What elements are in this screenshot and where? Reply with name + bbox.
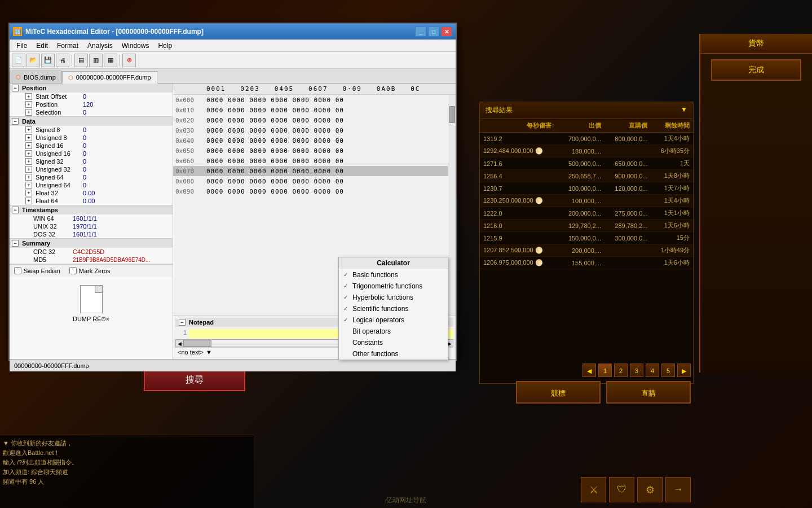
calc-item-bit-operators[interactable]: Bit operators (339, 326, 448, 337)
hex-row-0x040[interactable]: 0x0400000 0000 0000 0000 0000 0000 00 (173, 135, 448, 146)
hex-row-0x070[interactable]: 0x0700000 0000 0000 0000 0000 0000 00 (173, 166, 448, 176)
search-row-3[interactable]: 1256.4250,658,7...900,000,0...1天8小時 (480, 170, 693, 182)
buy-button[interactable]: 直購 (606, 381, 691, 404)
col-time[interactable]: 剩餘時間 (651, 119, 693, 133)
hex-row-0x080[interactable]: 0x0800000 0000 0000 0000 0000 0000 00 (173, 176, 448, 186)
stop-button[interactable]: ⊗ (122, 54, 136, 67)
search-row-5[interactable]: 1230.250,000,000 🌕100,000,...1天4小時 (480, 195, 693, 207)
print-button[interactable]: 🖨 (56, 54, 69, 67)
hex-row-0x050[interactable]: 0x0500000 0000 0000 0000 0000 0000 00 (173, 146, 448, 156)
hex-row-0x030[interactable]: 0x0300000 0000 0000 0000 0000 0000 00 (173, 125, 448, 135)
no-text-dropdown[interactable]: ▼ (206, 349, 212, 356)
tab-bios[interactable]: ⬡ BIOS.dump (10, 71, 62, 83)
tb-btn7[interactable]: ▦ (104, 54, 117, 67)
data-expand[interactable]: − (12, 118, 19, 125)
search-filter-icon[interactable]: ▼ (681, 106, 687, 115)
tb-btn6[interactable]: ▥ (89, 54, 103, 67)
maximize-button[interactable]: □ (428, 27, 439, 37)
scroll-thumb[interactable] (449, 106, 455, 123)
shield-icon[interactable]: 🛡 (609, 477, 634, 502)
data-header[interactable]: − Data (10, 117, 173, 126)
arrow-icon[interactable]: → (665, 477, 691, 502)
page-next[interactable]: ▶ (677, 364, 691, 377)
hex-addr-7: 0x070 (175, 168, 206, 175)
bid-button[interactable]: 競標 (516, 381, 601, 404)
calc-item-constants[interactable]: Constants (339, 337, 448, 348)
data-expand-8[interactable]: + (25, 190, 32, 196)
swap-endian-checkbox[interactable] (14, 267, 21, 274)
summary-expand[interactable]: − (12, 240, 19, 247)
menu-file[interactable]: File (12, 41, 32, 51)
position-header[interactable]: − Position (10, 84, 173, 93)
calc-item-other-functions[interactable]: Other functions (339, 348, 448, 360)
search-row-6[interactable]: 1222.0200,000,0...275,000,0...1天1小時 (480, 207, 693, 220)
start-offset-expand[interactable]: + (25, 93, 32, 100)
col-buy[interactable]: 直購價 (604, 119, 651, 133)
data-expand-9[interactable]: + (25, 198, 32, 204)
tb-btn5[interactable]: ▤ (74, 54, 88, 67)
calc-item-scientific-functions[interactable]: ✓Scientific functions (339, 303, 448, 314)
menu-edit[interactable]: Edit (32, 41, 52, 51)
search-row-1[interactable]: 1292,484,000,000 🌕180,000,...6小時35分 (480, 145, 693, 157)
page-prev[interactable]: ◀ (582, 364, 596, 377)
menu-help[interactable]: Help (153, 41, 176, 51)
position-expand2[interactable]: + (25, 101, 32, 108)
timestamps-header[interactable]: − Timestamps (10, 205, 173, 214)
mark-zeros-label: Mark Zeros (79, 268, 111, 274)
calc-item-trigonometric-functions[interactable]: ✓Trigonometric functions (339, 281, 448, 292)
scroll-track[interactable] (448, 95, 456, 315)
hex-row-0x000[interactable]: 0x0000000 0000 0000 0000 0000 0000 00 (173, 95, 448, 105)
menu-format[interactable]: Format (52, 41, 83, 51)
search-row-0[interactable]: 1319.2700,000,0...800,000,0...1天4小時 (480, 133, 693, 145)
page-4[interactable]: 4 (646, 364, 659, 377)
data-expand-0[interactable]: + (25, 126, 32, 133)
summary-header[interactable]: − Summary (10, 239, 173, 248)
summary-section: − Summary CRC 32 C4C2D55D MD5 21B9F9B8A6… (10, 239, 173, 264)
calc-item-logical-operators[interactable]: ✓Logical operators (339, 314, 448, 326)
page-5[interactable]: 5 (661, 364, 675, 377)
menu-windows[interactable]: Windows (117, 41, 154, 51)
warrior-icon[interactable]: ⚔ (581, 477, 606, 502)
search-row-7[interactable]: 1216.0129,780,2...289,780,2...1天6小時 (480, 220, 693, 232)
col-bid[interactable]: 出價 (558, 119, 604, 133)
page-2[interactable]: 2 (614, 364, 628, 377)
settings-icon[interactable]: ⚙ (637, 477, 663, 502)
search-row-4[interactable]: 1230.7100,000,0...120,000,0...1天7小時 (480, 182, 693, 195)
timestamps-expand[interactable]: − (12, 207, 19, 213)
close-button[interactable]: ✕ (441, 27, 452, 37)
page-3[interactable]: 3 (630, 364, 643, 377)
minimize-button[interactable]: _ (415, 27, 426, 37)
search-row-2[interactable]: 1271.6500,000,0...650,000,0...1天 (480, 157, 693, 170)
hex-row-0x010[interactable]: 0x0100000 0000 0000 0000 0000 0000 00 (173, 105, 448, 115)
search-row-10[interactable]: 1206.975,000,000 🌕155,000,...1天6小時 (480, 257, 693, 269)
menu-analysis[interactable]: Analysis (83, 41, 117, 51)
calc-item-hyperbolic-functions[interactable]: ✓Hyperbolic functions (339, 292, 448, 303)
save-button[interactable]: 💾 (41, 54, 55, 67)
data-expand-7[interactable]: + (25, 182, 32, 189)
new-button[interactable]: 📄 (12, 54, 25, 67)
selection-row: + Selection 0 (10, 108, 173, 116)
complete-button[interactable]: 完成 (711, 59, 801, 81)
hex-row-0x060[interactable]: 0x0600000 0000 0000 0000 0000 0000 00 (173, 156, 448, 166)
position-expand[interactable]: − (12, 85, 19, 91)
hex-row-0x090[interactable]: 0x0900000 0000 0000 0000 0000 0000 00 (173, 186, 448, 196)
col-dmg[interactable]: 每秒傷害↑ (480, 119, 558, 133)
search-row-8[interactable]: 1215.9150,000,0...300,000,0...15分 (480, 232, 693, 244)
data-expand-2[interactable]: + (25, 142, 32, 149)
tab-dump[interactable]: ⬡ 00000000-00000FFF.dump (62, 71, 157, 84)
scroll-left[interactable]: ◀ (175, 339, 183, 347)
scroll-thumb-h[interactable] (183, 340, 211, 347)
search-row-9[interactable]: 1207.852,500,000 🌕200,000,...1小時49分 (480, 244, 693, 257)
data-expand-1[interactable]: + (25, 134, 32, 141)
notepad-expand[interactable]: − (179, 319, 186, 326)
data-expand-3[interactable]: + (25, 150, 32, 157)
open-button[interactable]: 📂 (27, 54, 40, 67)
mark-zeros-checkbox[interactable] (69, 267, 77, 274)
data-expand-4[interactable]: + (25, 158, 32, 165)
data-expand-5[interactable]: + (25, 166, 32, 173)
page-1[interactable]: 1 (598, 364, 612, 377)
hex-row-0x020[interactable]: 0x0200000 0000 0000 0000 0000 0000 00 (173, 115, 448, 125)
data-expand-6[interactable]: + (25, 174, 32, 181)
selection-expand[interactable]: + (25, 109, 32, 116)
calc-item-basic-functions[interactable]: ✓Basic functions (339, 269, 448, 281)
